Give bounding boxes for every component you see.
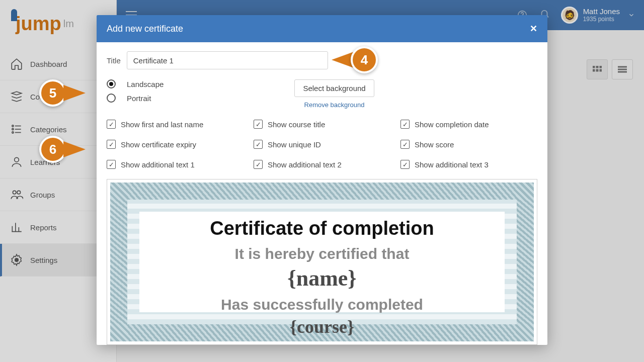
check-show-course-title[interactable]: Show course title [254, 120, 390, 129]
check-show-completion-date[interactable]: Show completion date [400, 120, 537, 129]
checkbox-icon [107, 140, 116, 149]
check-additional-text-3[interactable]: Show additional text 3 [400, 160, 537, 169]
cert-course-placeholder: {course} [149, 316, 495, 337]
check-show-unique-id[interactable]: Show unique ID [254, 140, 390, 149]
cert-sub2: Has successfully completed [149, 296, 495, 313]
cert-name-placeholder: {name} [149, 265, 495, 291]
check-additional-text-2[interactable]: Show additional text 2 [254, 160, 390, 169]
check-show-score[interactable]: Show score [400, 140, 537, 149]
check-show-expiry[interactable]: Show certificate expiry [107, 140, 244, 149]
orientation-portrait[interactable]: Portrait [107, 94, 164, 103]
modal-title: Add new certificate [107, 24, 183, 34]
cert-sub1: It is hereby certified that [149, 245, 495, 262]
checkbox-icon [107, 120, 116, 129]
orientation-radio-group: Landscape Portrait [107, 79, 164, 103]
checkbox-icon [254, 160, 263, 169]
checkbox-icon [400, 160, 410, 169]
checkbox-icon [400, 120, 410, 129]
remove-background-link[interactable]: Remove background [304, 101, 365, 109]
certificate-preview: Certificate of completion It is hereby c… [107, 179, 537, 345]
certificate-title-input[interactable] [127, 51, 328, 69]
cert-heading: Certificate of completion [149, 218, 495, 239]
radio-icon [107, 79, 116, 88]
checkbox-icon [254, 120, 263, 129]
checkbox-icon [107, 160, 116, 169]
radio-icon [107, 94, 116, 103]
modal-header: Add new certificate ✕ [97, 15, 547, 42]
check-additional-text-1[interactable]: Show additional text 1 [107, 160, 244, 169]
options-grid: Show first and last name Show course tit… [107, 120, 537, 169]
orientation-landscape[interactable]: Landscape [107, 79, 164, 88]
checkbox-icon [400, 140, 410, 149]
close-icon[interactable]: ✕ [530, 23, 537, 34]
select-background-button[interactable]: Select background [294, 79, 374, 97]
title-label: Title [107, 56, 121, 65]
add-certificate-modal: Add new certificate ✕ Title Landscape Po… [97, 15, 547, 345]
check-show-name[interactable]: Show first and last name [107, 120, 244, 129]
checkbox-icon [254, 140, 263, 149]
